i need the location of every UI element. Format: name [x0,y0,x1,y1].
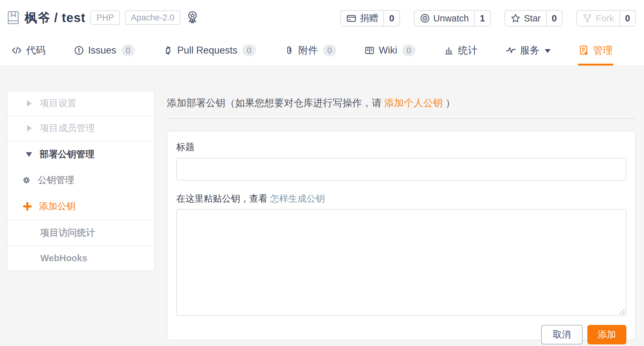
attachments-count-badge: 0 [323,44,336,57]
title-input[interactable] [176,158,626,181]
tab-attachments[interactable]: 附件 0 [284,37,337,66]
donate-card-icon [346,13,356,23]
sidebar-item-label: 添加公钥 [39,200,76,213]
pull-requests-count-badge: 0 [242,44,256,57]
bar-chart-icon [444,45,454,55]
sidebar-item-label: 项目访问统计 [40,227,95,239]
repo-manage-page: 枫爷 / test PHP Apache-2.0 [0,0,644,346]
plus-icon [23,202,32,211]
tab-wiki[interactable]: Wiki 0 [364,37,416,66]
fork-button-group: Fork 0 [576,10,636,26]
wiki-count-badge: 0 [402,44,415,57]
watch-count[interactable]: 1 [474,11,490,26]
wiki-book-icon [364,45,375,55]
manage-sidebar: 项目设置 项目成员管理 部署公钥管理 [7,91,155,271]
unwatch-label: Unwatch [433,13,469,24]
caret-right-icon [27,125,32,131]
sidebar-item-label: WebHooks [40,253,87,263]
sidebar-item-access-stats[interactable]: 项目访问统计 [8,221,154,246]
content-area: 项目设置 项目成员管理 部署公钥管理 [0,66,644,346]
heading-divider [167,118,636,119]
how-to-generate-key-link[interactable]: 怎样生成公钥 [270,193,325,204]
manage-doc-gear-icon [579,45,589,56]
donate-button-group: 捐赠 0 [340,10,400,26]
key-hint-prefix: 在这里粘贴公钥，查看 [176,193,270,204]
donate-button[interactable]: 捐赠 [341,11,383,26]
add-personal-key-link[interactable]: 添加个人公钥 [384,97,443,108]
tab-issues[interactable]: Issues 0 [73,37,135,66]
fork-icon [582,13,592,23]
star-label: Star [524,13,541,24]
tab-code-label: 代码 [26,44,46,57]
sidebar-item-add-key[interactable]: 添加公钥 [8,193,154,221]
star-button[interactable]: Star [505,11,546,26]
sidebar-item-label: 项目成员管理 [40,122,95,135]
sidebar-item-project-settings[interactable]: 项目设置 [8,91,154,116]
sidebar-item-label: 公钥管理 [38,174,74,187]
pull-request-icon [163,45,173,55]
watch-button-group: Unwatch 1 [414,10,491,26]
unwatch-button[interactable]: Unwatch [415,11,474,26]
tab-pull-requests[interactable]: Pull Requests 0 [162,37,257,66]
fork-label: Fork [596,13,614,24]
public-key-textarea[interactable] [176,209,626,316]
heading-prefix: 添加部署公钥（如果您想要对仓库进行写操作，请 [167,97,384,108]
tab-attachments-label: 附件 [298,44,318,57]
key-textarea-wrap [176,209,626,316]
pulse-icon [506,45,516,55]
donate-count[interactable]: 0 [383,11,399,26]
tab-manage[interactable]: 管理 [578,37,613,66]
tab-wiki-label: Wiki [379,45,397,56]
tab-issues-label: Issues [88,45,116,56]
tab-services[interactable]: 服务 [505,37,551,66]
tab-code[interactable]: 代码 [11,37,46,66]
caret-right-icon [27,100,32,107]
tab-manage-label: 管理 [593,44,613,57]
tab-pull-requests-label: Pull Requests [177,45,237,56]
tab-services-label: 服务 [520,44,539,57]
star-count[interactable]: 0 [546,11,562,26]
top-header: 枫爷 / test PHP Apache-2.0 [0,0,644,66]
eye-icon [420,13,430,23]
chevron-down-icon [545,49,551,53]
sidebar-item-label: 项目设置 [40,97,76,110]
submit-add-button[interactable]: 添加 [587,325,626,344]
sidebar-item-webhooks[interactable]: WebHooks [8,246,154,270]
attachment-icon [284,45,294,55]
repo-title[interactable]: 枫爷 / test [25,9,85,26]
cancel-button[interactable]: 取消 [541,325,583,344]
page-title: 添加部署公钥（如果您想要对仓库进行写操作，请 添加个人公钥 ） [167,96,636,110]
star-button-group: Star 0 [505,10,562,26]
caret-down-icon [26,152,32,157]
issue-icon [74,45,84,55]
tab-stats[interactable]: 统计 [443,37,478,66]
fork-button[interactable]: Fork [577,11,619,26]
license-badge[interactable]: Apache-2.0 [125,10,180,25]
sidebar-item-member-management[interactable]: 项目成员管理 [8,116,154,141]
deploy-key-main: 添加部署公钥（如果您想要对仓库进行写操作，请 添加个人公钥 ） 标题 在这里粘贴… [167,96,636,340]
sidebar-item-deploy-key-management[interactable]: 部署公钥管理 [8,141,154,168]
star-icon [511,13,521,23]
issues-count-badge: 0 [121,44,135,57]
heading-suffix: ） [443,97,455,108]
tab-stats-label: 统计 [458,44,477,57]
repo-book-icon [7,10,20,25]
key-hint-label: 在这里粘贴公钥，查看 怎样生成公钥 [176,193,626,205]
sidebar-item-key-management[interactable]: 公钥管理 [8,168,154,193]
language-badge[interactable]: PHP [90,10,120,25]
repo-title-row: 枫爷 / test PHP Apache-2.0 [7,8,198,28]
title-label: 标题 [176,141,626,153]
fork-count[interactable]: 0 [619,11,635,26]
medal-badge-icon[interactable] [187,10,198,25]
gear-icon [22,176,31,185]
code-icon [11,45,22,55]
add-deploy-key-form: 标题 在这里粘贴公钥，查看 怎样生成公钥 取消 添加 [167,131,636,340]
form-footer: 取消 添加 [176,325,626,344]
repo-nav-tabs: 代码 Issues 0 [11,37,613,66]
sidebar-item-label: 部署公钥管理 [40,148,94,161]
repo-action-buttons: 捐赠 0 Unwatch 1 [340,10,636,26]
donate-label: 捐赠 [360,12,378,25]
